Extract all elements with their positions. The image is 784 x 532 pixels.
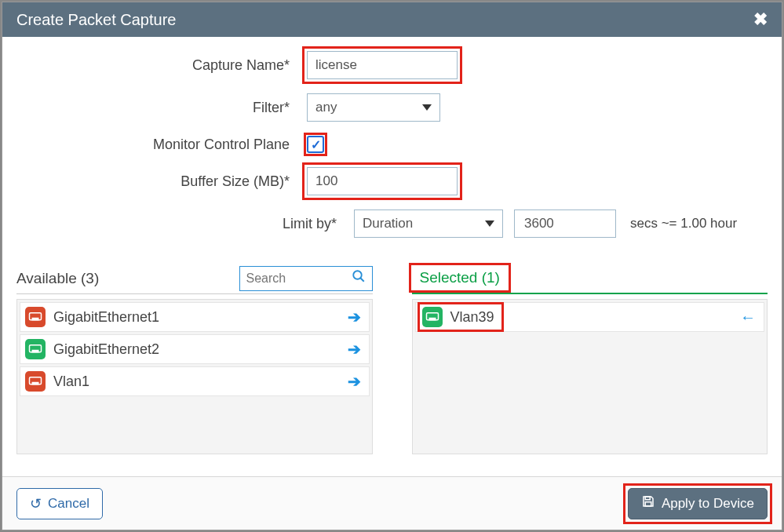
undo-icon: ↺ — [30, 495, 42, 512]
row-limit-by: Limit by* Duration secs ~= 1.00 hour — [64, 210, 768, 238]
list-item[interactable]: GigabitEthernet1 ➔ — [20, 302, 370, 332]
limit-by-select[interactable]: Duration — [354, 210, 503, 238]
label-capture-name: Capture Name* — [16, 57, 307, 74]
row-monitor-cp: Monitor Control Plane ✓ — [16, 136, 768, 153]
ethernet-port-icon — [422, 307, 443, 327]
ethernet-port-icon — [25, 339, 46, 359]
svg-rect-5 — [32, 350, 39, 353]
cancel-button[interactable]: ↺ Cancel — [16, 488, 103, 519]
available-title: Available (3) — [16, 270, 99, 287]
interface-name: GigabitEthernet1 — [53, 309, 159, 326]
arrow-right-icon[interactable]: ➔ — [348, 340, 361, 359]
available-list: GigabitEthernet1 ➔ GigabitEthernet2 ➔ — [16, 299, 373, 454]
ethernet-port-icon — [25, 371, 46, 392]
svg-rect-7 — [32, 382, 39, 385]
save-icon — [641, 494, 655, 512]
interface-name: Vlan39 — [450, 309, 494, 326]
limit-by-value: Duration — [363, 216, 413, 231]
svg-line-1 — [360, 278, 364, 282]
modal-body: Capture Name* Filter* any Monitor Co — [2, 37, 782, 476]
monitor-cp-checkbox[interactable]: ✓ — [307, 136, 324, 153]
list-item[interactable]: Vlan1 ➔ — [20, 366, 370, 396]
svg-rect-3 — [32, 318, 39, 321]
row-filter: Filter* any — [16, 93, 768, 122]
modal-footer: ↺ Cancel Apply to Device — [2, 476, 782, 530]
available-panel: Available (3) — [16, 266, 373, 454]
label-filter: Filter* — [16, 100, 307, 116]
interface-name: Vlan1 — [53, 373, 89, 390]
list-item[interactable]: Vlan39 ← — [415, 302, 765, 332]
arrow-left-icon[interactable]: ← — [740, 308, 756, 326]
interface-name: GigabitEthernet2 — [53, 341, 159, 358]
form-area: Capture Name* Filter* any Monitor Co — [16, 51, 768, 266]
ethernet-port-icon — [25, 307, 46, 327]
svg-rect-11 — [645, 502, 651, 506]
modal-header: Create Packet Capture ✖ — [2, 2, 782, 37]
interface-lists: Available (3) — [16, 266, 768, 454]
create-packet-capture-modal: Create Packet Capture ✖ Capture Name* Fi… — [2, 2, 782, 530]
label-limit-by: Limit by* — [64, 216, 354, 232]
search-input[interactable] — [246, 271, 347, 286]
search-icon — [352, 269, 366, 287]
svg-point-0 — [353, 271, 362, 279]
label-buffer-size: Buffer Size (MB)* — [16, 173, 307, 190]
limit-hint: secs ~= 1.00 hour — [630, 216, 737, 231]
filter-value: any — [315, 100, 337, 115]
row-buffer-size: Buffer Size (MB)* — [16, 167, 768, 195]
arrow-right-icon[interactable]: ➔ — [348, 308, 361, 326]
selected-panel: Selected (1) Vlan39 ← — [412, 266, 768, 454]
apply-label: Apply to Device — [662, 496, 754, 512]
close-icon[interactable]: ✖ — [753, 9, 768, 30]
apply-to-device-button[interactable]: Apply to Device — [628, 488, 768, 519]
chevron-down-icon — [485, 220, 494, 227]
list-item[interactable]: GigabitEthernet2 ➔ — [20, 334, 370, 364]
buffer-size-input[interactable] — [307, 167, 458, 195]
svg-rect-10 — [645, 497, 650, 500]
chevron-down-icon — [422, 104, 432, 111]
limit-seconds-input[interactable] — [514, 210, 616, 238]
row-capture-name: Capture Name* — [16, 51, 768, 79]
selected-list: Vlan39 ← — [412, 299, 768, 454]
cancel-label: Cancel — [48, 496, 89, 512]
capture-name-input[interactable] — [307, 51, 458, 79]
available-search[interactable] — [239, 266, 373, 291]
svg-rect-9 — [428, 318, 436, 321]
filter-select[interactable]: any — [307, 93, 440, 122]
modal-title: Create Packet Capture — [16, 11, 176, 29]
arrow-right-icon[interactable]: ➔ — [348, 372, 361, 391]
selected-title: Selected (1) — [412, 266, 508, 290]
label-monitor-cp: Monitor Control Plane — [16, 137, 307, 153]
